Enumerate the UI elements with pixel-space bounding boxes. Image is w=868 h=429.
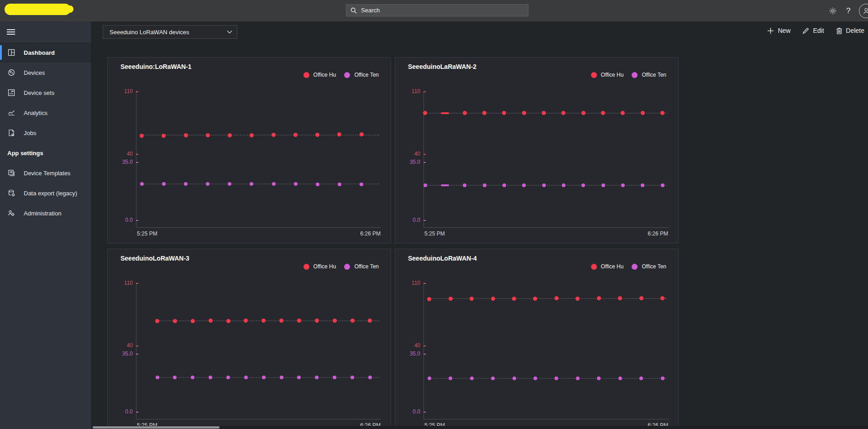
data-point (482, 111, 486, 115)
y-axis-tick-label: 35.0 (397, 351, 420, 357)
chevron-down-icon (227, 30, 232, 34)
help-button[interactable]: ? (841, 3, 856, 19)
chart-legend: Office Hu Office Ten (591, 263, 666, 270)
data-point (272, 133, 276, 137)
data-export-icon (7, 189, 15, 197)
data-point (542, 183, 546, 187)
data-point (250, 133, 254, 137)
data-point (601, 183, 605, 187)
app-logo-redacted[interactable] (5, 4, 71, 15)
chart-legend: Office Hu Office Ten (303, 72, 379, 78)
data-point (297, 376, 301, 379)
y-axis-tick-label: 40 (109, 342, 133, 349)
data-point (333, 376, 336, 379)
device-chart-card-1: Seeeduino:LoRaWAN-1 Office Hu Office Ten… (107, 57, 391, 243)
search-input[interactable] (360, 6, 512, 14)
device-set-dropdown[interactable]: Seeeduino LoRaWAN devices (103, 25, 237, 39)
data-point (280, 376, 283, 379)
data-point (641, 183, 644, 187)
sidebar-item-jobs[interactable]: Jobs (0, 123, 91, 143)
delete-button[interactable]: Delete (836, 27, 864, 34)
horizontal-scrollbar-thumb[interactable] (93, 426, 220, 429)
data-point (206, 182, 209, 186)
humidity-legend-label: Office Hu (314, 263, 336, 270)
data-point (337, 132, 341, 136)
legend-item-temperature[interactable]: Office Ten (632, 72, 666, 78)
series-dotted-line (429, 378, 667, 379)
legend-item-temperature[interactable]: Office Ten (632, 263, 666, 270)
data-point (173, 319, 177, 323)
temperature-legend-dot (344, 264, 350, 270)
data-point (522, 111, 526, 115)
y-axis-tick-label: 110 (109, 280, 133, 286)
user-avatar-button[interactable] (859, 4, 868, 18)
data-point (191, 376, 194, 379)
data-point (621, 111, 625, 115)
scatter-plot: 1104035.00.0 (136, 282, 381, 419)
data-point (428, 377, 431, 380)
data-point (601, 111, 605, 115)
y-axis-tick (136, 154, 138, 155)
sidebar-item-device-templates[interactable]: Device Templates (0, 163, 91, 183)
sidebar-item-administration[interactable]: Administration (0, 203, 91, 223)
data-point (554, 296, 559, 300)
administration-icon (7, 209, 15, 217)
sidebar-item-label: Devices (24, 69, 45, 76)
data-point (315, 319, 319, 323)
settings-gear-button[interactable] (825, 3, 841, 19)
data-point (184, 182, 188, 186)
y-axis-tick-label: 40 (397, 342, 420, 349)
help-icon: ? (846, 6, 850, 16)
chart-title: SeeeduinoLoRaWAN-4 (408, 255, 477, 262)
data-point (470, 377, 474, 380)
y-axis-tick-label: 35.0 (397, 159, 420, 165)
y-axis-tick (424, 354, 426, 355)
sidebar-item-data-export-legacy[interactable]: Data export (legacy) (0, 183, 91, 203)
data-dash-segment (441, 112, 449, 114)
sidebar-item-analytics[interactable]: Analytics (0, 103, 91, 123)
sidebar-item-devices[interactable]: Devices (0, 63, 91, 83)
nav-collapse-button[interactable] (0, 21, 91, 42)
delete-button-label: Delete (846, 27, 864, 34)
y-axis-tick-label: 35.0 (109, 351, 133, 357)
global-search[interactable] (346, 4, 528, 16)
data-point (140, 134, 144, 138)
y-axis-tick (424, 283, 426, 284)
dashboard-command-bar: Seeeduino LoRaWAN devices New Edit (92, 21, 868, 40)
temperature-legend-label: Office Ten (354, 72, 379, 78)
left-nav-sidebar: Dashboard Devices Device sets Analytics (0, 21, 91, 429)
y-axis-tick-label: 0.0 (397, 408, 420, 415)
data-point (261, 319, 266, 323)
data-point (250, 182, 253, 186)
humidity-legend-label: Office Hu (601, 263, 624, 270)
legend-item-temperature[interactable]: Office Ten (344, 263, 379, 270)
legend-item-humidity[interactable]: Office Hu (303, 263, 336, 270)
legend-item-humidity[interactable]: Office Hu (591, 72, 624, 78)
data-point (463, 183, 466, 187)
edit-button[interactable]: Edit (802, 27, 824, 34)
data-point (191, 319, 195, 323)
data-point (641, 111, 645, 115)
new-button[interactable]: New (767, 27, 790, 34)
legend-item-temperature[interactable]: Office Ten (344, 72, 379, 78)
sidebar-item-device-sets[interactable]: Device sets (0, 83, 91, 103)
data-point (226, 319, 230, 323)
x-axis-end-label: 6:26 PM (648, 230, 668, 237)
data-point (244, 319, 248, 323)
legend-item-humidity[interactable]: Office Hu (303, 72, 336, 78)
data-point (184, 133, 188, 137)
y-axis-tick-label: 110 (397, 280, 420, 286)
y-axis-tick (136, 220, 138, 221)
sidebar-item-dashboard[interactable]: Dashboard (0, 42, 91, 63)
y-axis-tick-label: 110 (109, 88, 133, 94)
data-point (491, 297, 495, 301)
avatar-icon (862, 7, 868, 15)
data-point (512, 297, 516, 301)
sidebar-item-label: Data export (legacy) (24, 190, 77, 197)
data-point (639, 377, 643, 380)
data-point (423, 111, 427, 115)
temperature-legend-dot (632, 264, 638, 270)
temperature-legend-label: Office Ten (642, 263, 666, 270)
legend-item-humidity[interactable]: Office Hu (591, 263, 624, 270)
data-point (368, 376, 372, 379)
